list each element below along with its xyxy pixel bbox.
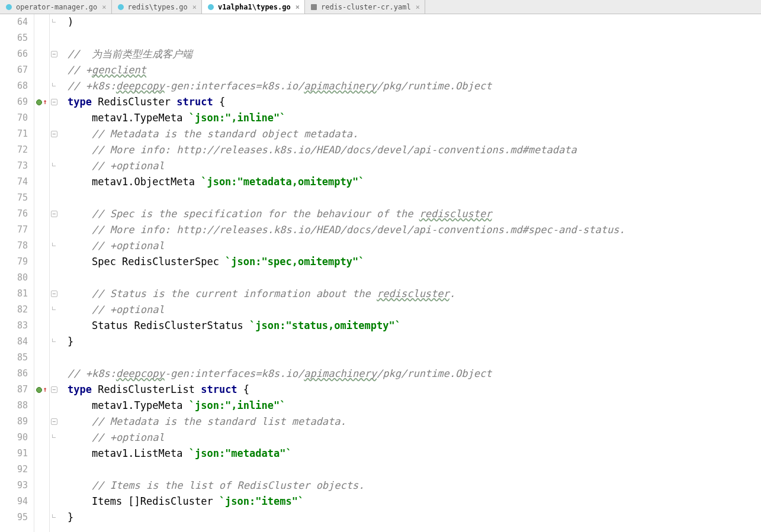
fold-cell bbox=[50, 190, 58, 206]
token-str: `json:"metadata,omitempty"` bbox=[201, 176, 364, 188]
fold-minus-icon[interactable]: − bbox=[51, 99, 57, 105]
gutter-marker bbox=[34, 158, 49, 174]
fold-minus-icon[interactable]: − bbox=[51, 291, 57, 297]
tab-label: operator-manager.go bbox=[16, 3, 97, 11]
code-line[interactable]: Spec RedisClusterSpec `json:"spec,omitem… bbox=[68, 254, 761, 270]
code-line[interactable]: // +optional bbox=[68, 238, 761, 254]
fold-cell bbox=[50, 78, 58, 94]
code-line[interactable]: metav1.TypeMeta `json:",inline"` bbox=[68, 110, 761, 126]
gutter-marker bbox=[34, 318, 49, 334]
tab-label: v1alpha1\types.go bbox=[218, 3, 291, 11]
code-line[interactable]: // +optional bbox=[68, 430, 761, 446]
code-line[interactable]: // Metadata is the standard object metad… bbox=[68, 126, 761, 142]
code-line[interactable]: ) bbox=[68, 14, 761, 30]
line-number: 81 bbox=[0, 286, 28, 302]
gutter-marker bbox=[34, 222, 49, 238]
fold-end-icon[interactable] bbox=[52, 163, 56, 166]
fold-cell: − bbox=[50, 414, 58, 430]
code-editor[interactable]: 6465666768697071727374757677787980818283… bbox=[0, 14, 761, 532]
code-line[interactable]: metav1.ListMeta `json:"metadata"` bbox=[68, 446, 761, 462]
token-link: genclient bbox=[92, 64, 146, 76]
tab-v1alpha1-types-go[interactable]: v1alpha1\types.go× bbox=[202, 0, 305, 14]
code-line[interactable] bbox=[68, 350, 761, 366]
fold-end-icon[interactable] bbox=[52, 19, 56, 22]
fold-cell bbox=[50, 158, 58, 174]
code-line[interactable]: type RedisCluster struct { bbox=[68, 94, 761, 110]
token-cmt: // More info: http://releases.k8s.io/HEA… bbox=[68, 224, 625, 236]
code-line[interactable]: // +optional bbox=[68, 302, 761, 318]
tab-operator-manager-go[interactable]: operator-manager.go× bbox=[0, 0, 112, 14]
code-line[interactable]: type RedisClusterList struct { bbox=[68, 382, 761, 398]
token-cmt: // + bbox=[68, 64, 92, 76]
tab-redis-types-go[interactable]: redis\types.go× bbox=[112, 0, 202, 14]
fold-minus-icon[interactable]: − bbox=[51, 131, 57, 137]
fold-minus-icon[interactable]: − bbox=[51, 418, 57, 425]
fold-cell bbox=[50, 350, 58, 366]
code-line[interactable]: // +optional bbox=[68, 158, 761, 174]
gutter-marker bbox=[34, 414, 49, 430]
token-link: deepcopy bbox=[116, 367, 165, 379]
override-arrow-icon[interactable]: ↑ bbox=[43, 94, 47, 110]
token-punct: { bbox=[237, 383, 249, 395]
code-area[interactable]: )// 为当前类型生成客户端// +genclient// +k8s:deepc… bbox=[58, 14, 761, 532]
fold-end-icon[interactable] bbox=[52, 243, 56, 246]
code-line[interactable] bbox=[68, 270, 761, 286]
close-icon[interactable]: × bbox=[296, 3, 300, 11]
code-line[interactable]: metav1.TypeMeta `json:",inline"` bbox=[68, 398, 761, 414]
token-cmt: // +optional bbox=[68, 304, 165, 315]
code-line[interactable] bbox=[68, 462, 761, 478]
code-line[interactable]: } bbox=[68, 334, 761, 350]
close-icon[interactable]: × bbox=[192, 3, 197, 11]
implements-marker-icon[interactable] bbox=[36, 99, 42, 105]
code-line[interactable]: // Status is the current information abo… bbox=[68, 286, 761, 302]
fold-gutter[interactable]: −−−−−−− bbox=[50, 14, 58, 532]
code-line[interactable] bbox=[68, 190, 761, 206]
code-line[interactable] bbox=[68, 30, 761, 46]
line-number: 89 bbox=[0, 414, 28, 430]
override-arrow-icon[interactable]: ↑ bbox=[43, 382, 47, 398]
fold-cell bbox=[50, 446, 58, 462]
close-icon[interactable]: × bbox=[102, 3, 106, 11]
gutter-marker bbox=[34, 286, 49, 302]
fold-minus-icon[interactable]: − bbox=[51, 386, 57, 393]
token-str: `json:"items"` bbox=[219, 495, 304, 507]
token-cmt: // More info: http://releases.k8s.io/HEA… bbox=[68, 144, 577, 156]
line-number: 69 bbox=[0, 94, 28, 110]
fold-end-icon[interactable] bbox=[52, 434, 56, 438]
line-number: 87 bbox=[0, 382, 28, 398]
code-line[interactable]: // +k8s:deepcopy-gen:interfaces=k8s.io/a… bbox=[68, 366, 761, 382]
code-line[interactable]: Items []RedisCluster `json:"items"` bbox=[68, 494, 761, 510]
line-number: 79 bbox=[0, 254, 28, 270]
fold-end-icon[interactable] bbox=[52, 514, 56, 518]
code-line[interactable]: } bbox=[68, 510, 761, 525]
implements-marker-icon[interactable] bbox=[36, 387, 42, 393]
code-line[interactable]: // More info: http://releases.k8s.io/HEA… bbox=[68, 222, 761, 238]
gutter-marker bbox=[34, 302, 49, 318]
tab-redis-cluster-cr-yaml[interactable]: redis-cluster-cr.yaml× bbox=[305, 0, 425, 14]
line-number: 67 bbox=[0, 62, 28, 78]
code-line[interactable]: Status RedisClusterStatus `json:"status,… bbox=[68, 318, 761, 334]
code-line[interactable]: // +genclient bbox=[68, 62, 761, 78]
code-line[interactable]: // Spec is the specification for the beh… bbox=[68, 206, 761, 222]
line-number: 71 bbox=[0, 126, 28, 142]
code-line[interactable]: // Metadata is the standard list metadat… bbox=[68, 414, 761, 430]
code-line[interactable]: metav1.ObjectMeta `json:"metadata,omitem… bbox=[68, 174, 761, 190]
token-str: `json:"spec,omitempty"` bbox=[225, 256, 364, 267]
fold-end-icon[interactable] bbox=[52, 338, 56, 342]
fold-end-icon[interactable] bbox=[52, 83, 56, 86]
code-line[interactable]: // More info: http://releases.k8s.io/HEA… bbox=[68, 142, 761, 158]
code-line[interactable]: // Items is the list of RedisCluster obj… bbox=[68, 478, 761, 494]
line-number: 85 bbox=[0, 350, 28, 366]
line-number: 70 bbox=[0, 110, 28, 126]
line-number: 73 bbox=[0, 158, 28, 174]
fold-minus-icon[interactable]: − bbox=[51, 211, 57, 217]
fold-minus-icon[interactable]: − bbox=[51, 51, 57, 57]
close-icon[interactable]: × bbox=[416, 3, 420, 11]
line-number: 94 bbox=[0, 494, 28, 510]
code-line[interactable]: // 为当前类型生成客户端 bbox=[68, 46, 761, 62]
code-line[interactable]: // +k8s:deepcopy-gen:interfaces=k8s.io/a… bbox=[68, 78, 761, 94]
token-link: rediscluster bbox=[377, 288, 449, 299]
fold-end-icon[interactable] bbox=[52, 307, 56, 310]
svg-point-0 bbox=[6, 4, 12, 10]
token-type: RedisCluster bbox=[92, 96, 176, 108]
